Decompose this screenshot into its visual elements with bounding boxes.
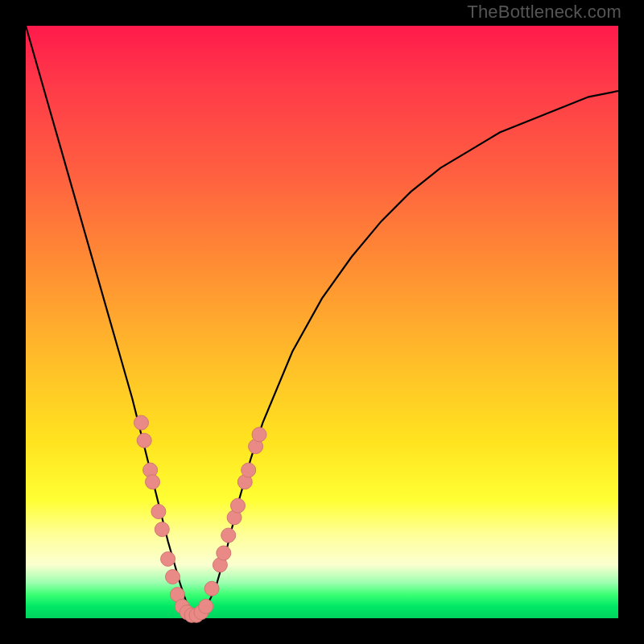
data-point (161, 551, 175, 566)
data-point (155, 522, 169, 537)
data-point (151, 505, 166, 519)
watermark-text: TheBottleneck.com (467, 2, 621, 23)
data-point-markers (134, 415, 267, 622)
data-point (217, 546, 231, 560)
data-point (231, 498, 246, 513)
data-point (242, 463, 256, 477)
data-point (166, 570, 180, 584)
data-point (134, 415, 149, 430)
data-point (137, 433, 151, 448)
bottleneck-curve (26, 26, 618, 615)
data-point (199, 599, 213, 613)
plot-area (26, 26, 618, 618)
data-point (252, 427, 266, 442)
data-point (221, 528, 236, 543)
data-point (204, 581, 219, 596)
data-point (146, 475, 160, 489)
chart-svg (26, 26, 618, 618)
chart-frame: TheBottleneck.com (0, 0, 644, 644)
